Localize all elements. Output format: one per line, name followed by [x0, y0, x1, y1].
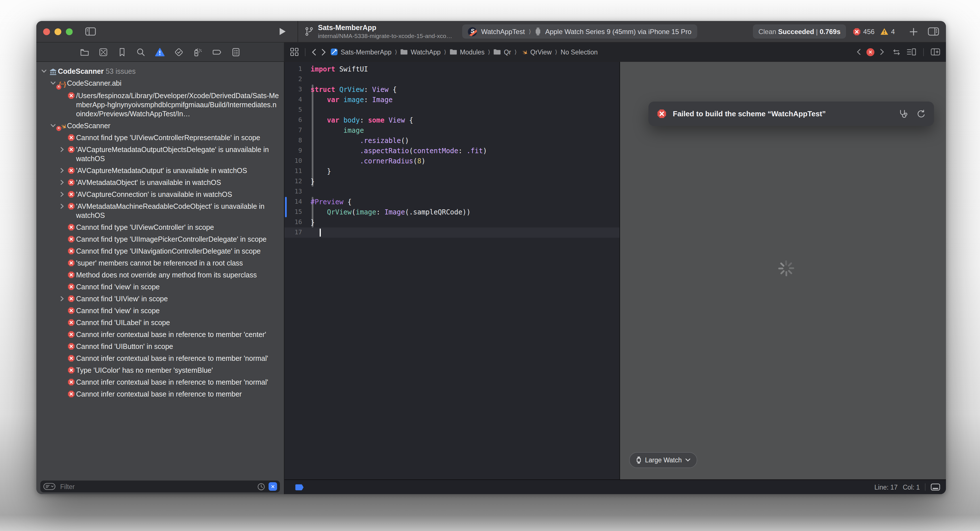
- line-number[interactable]: 4: [285, 95, 310, 105]
- issue-row[interactable]: Type 'UIColor' has no member 'systemBlue…: [37, 364, 284, 376]
- source-editor[interactable]: 1import SwiftUI23struct QrView: View {4 …: [285, 62, 620, 479]
- issue-row[interactable]: Cannot find type 'UIViewControllerRepres…: [37, 132, 284, 144]
- line-number[interactable]: 12: [285, 176, 310, 187]
- disclosure-right-icon[interactable]: [60, 192, 65, 197]
- disclosure-right-icon[interactable]: [60, 168, 65, 173]
- issue-group-row[interactable]: {··}✕CodeScanner.abi: [37, 77, 284, 90]
- next-issue-icon[interactable]: [880, 49, 884, 55]
- disclosure-right-icon[interactable]: [60, 296, 65, 301]
- issue-row[interactable]: Method does not override any method from…: [37, 269, 284, 281]
- line-number[interactable]: 3: [285, 84, 310, 95]
- tab-project[interactable]: [80, 48, 89, 57]
- line-number[interactable]: 13: [285, 187, 310, 197]
- issue-group-row[interactable]: ✕CodeScanner: [37, 120, 284, 132]
- disclosure-right-icon[interactable]: [60, 179, 65, 185]
- filter-field[interactable]: ✕: [40, 480, 280, 493]
- breadcrumb-item[interactable]: WatchApp: [401, 49, 441, 55]
- go-back-icon[interactable]: [312, 49, 316, 55]
- issue-row[interactable]: Cannot find 'view' in scope: [37, 281, 284, 293]
- issue-row[interactable]: 'AVCaptureConnection' is unavailable in …: [37, 189, 284, 200]
- scheme-destination-selector[interactable]: S WatchAppTest ⟩ Apple Watch Series 9 (4…: [463, 24, 697, 38]
- disclosure-down-icon[interactable]: [41, 68, 46, 73]
- breakpoints-toggle-icon[interactable]: [295, 483, 304, 490]
- issue-row[interactable]: 'AVCaptureMetadataOutput' is unavailable…: [37, 165, 284, 176]
- line-number[interactable]: 10: [285, 156, 310, 166]
- line-number[interactable]: 17: [285, 228, 310, 238]
- code-line[interactable]: 3struct QrView: View {: [285, 84, 619, 95]
- issue-row[interactable]: Cannot infer contextual base in referenc…: [37, 328, 284, 341]
- issue-row[interactable]: 'AVMetadataMachineReadableCodeObject' is…: [37, 200, 284, 221]
- code-line[interactable]: 16}: [285, 217, 619, 228]
- minimize-window-button[interactable]: [54, 28, 61, 35]
- breadcrumb-item[interactable]: Sats-MemberApp: [331, 48, 391, 55]
- line-number[interactable]: 7: [285, 125, 310, 136]
- line-number[interactable]: 6: [285, 115, 310, 125]
- issue-group-row[interactable]: CodeScanner 53 issues: [37, 65, 284, 77]
- line-number[interactable]: 1: [285, 64, 310, 74]
- code-line[interactable]: 4 var image: Image: [285, 95, 619, 105]
- code-line[interactable]: 14#Preview {: [285, 197, 619, 207]
- editor-options-icon[interactable]: [928, 27, 939, 36]
- diagnostics-icon[interactable]: [899, 109, 908, 118]
- tab-tests[interactable]: [174, 48, 183, 57]
- line-number[interactable]: 9: [285, 146, 310, 156]
- issue-row[interactable]: Cannot infer contextual base in referenc…: [37, 352, 284, 364]
- code-line[interactable]: 12}: [285, 176, 619, 187]
- code-line[interactable]: 17: [285, 228, 619, 238]
- issue-row[interactable]: Cannot find type 'UIViewController' in s…: [37, 221, 284, 233]
- issue-row[interactable]: Cannot find 'UIButton' in scope: [37, 341, 284, 352]
- code-review-icon[interactable]: [892, 49, 901, 55]
- preview-device-selector[interactable]: Large Watch: [629, 452, 697, 468]
- issue-row[interactable]: Cannot find 'view' in scope: [37, 304, 284, 317]
- run-button[interactable]: [279, 27, 286, 36]
- disclosure-down-icon[interactable]: [51, 123, 56, 128]
- code-line[interactable]: 9 .aspectRatio(contentMode: .fit): [285, 146, 619, 156]
- refresh-preview-icon[interactable]: [917, 109, 926, 118]
- disclosure-right-icon[interactable]: [60, 147, 65, 152]
- close-window-button[interactable]: [43, 28, 50, 35]
- issue-row[interactable]: 'super' members cannot be referenced in …: [37, 257, 284, 269]
- go-forward-icon[interactable]: [321, 49, 326, 55]
- filter-input[interactable]: [59, 482, 254, 490]
- disclosure-down-icon[interactable]: [51, 80, 56, 86]
- code-line[interactable]: 2: [285, 74, 619, 84]
- add-button[interactable]: [910, 27, 918, 35]
- run-destination[interactable]: Apple Watch Series 9 (45mm) via iPhone 1…: [545, 27, 691, 35]
- tab-debug-gauge[interactable]: [193, 48, 203, 57]
- add-editor-icon[interactable]: [931, 48, 940, 55]
- tab-reports[interactable]: [232, 48, 240, 57]
- scheme-name[interactable]: WatchAppTest: [481, 27, 525, 35]
- code-line[interactable]: 13: [285, 187, 619, 197]
- code-line[interactable]: 1import SwiftUI: [285, 64, 619, 74]
- toggle-navigator-icon[interactable]: [85, 27, 96, 36]
- breadcrumb-item[interactable]: No Selection: [561, 49, 598, 55]
- breadcrumb-item[interactable]: Modules: [450, 49, 485, 55]
- related-items-icon[interactable]: [290, 48, 299, 56]
- current-issue-icon[interactable]: ✕: [867, 48, 874, 56]
- issue-row[interactable]: 'AVCaptureMetadataOutputObjectsDelegate'…: [37, 144, 284, 165]
- code-line[interactable]: 8 .resizable(): [285, 136, 619, 146]
- line-number[interactable]: 5: [285, 105, 310, 115]
- line-number[interactable]: 15: [285, 207, 310, 217]
- recent-issues-icon[interactable]: [257, 482, 265, 490]
- issue-row[interactable]: /Users/fespinoza/Library/Developer/Xcode…: [37, 90, 284, 120]
- code-line[interactable]: 10 .cornerRadius(8): [285, 156, 619, 166]
- code-line[interactable]: 6 var body: some View {: [285, 115, 619, 125]
- line-number[interactable]: 8: [285, 136, 310, 146]
- minimap-icon[interactable]: [907, 48, 916, 55]
- issue-row[interactable]: Cannot find 'UILabel' in scope: [37, 317, 284, 328]
- line-number[interactable]: 2: [285, 74, 310, 84]
- activity-status[interactable]: Clean Succeeded | 0.769s: [752, 24, 846, 38]
- filter-options-icon[interactable]: [43, 483, 56, 490]
- line-number[interactable]: 14: [285, 197, 310, 207]
- issue-row[interactable]: Cannot find type 'UIImagePickerControlle…: [37, 233, 284, 245]
- show-only-errors-toggle[interactable]: ✕: [269, 482, 277, 491]
- code-line[interactable]: 15 QrView(image: Image(.sampleQRCode)): [285, 207, 619, 217]
- line-number[interactable]: 11: [285, 166, 310, 176]
- disclosure-right-icon[interactable]: [60, 203, 65, 209]
- breadcrumb-item[interactable]: QrView: [520, 48, 552, 55]
- code-line[interactable]: 5: [285, 105, 619, 115]
- issue-row[interactable]: Cannot find type 'UINavigationController…: [37, 245, 284, 257]
- toggle-bottom-bar-icon[interactable]: [931, 483, 940, 491]
- code-line[interactable]: 11 }: [285, 166, 619, 176]
